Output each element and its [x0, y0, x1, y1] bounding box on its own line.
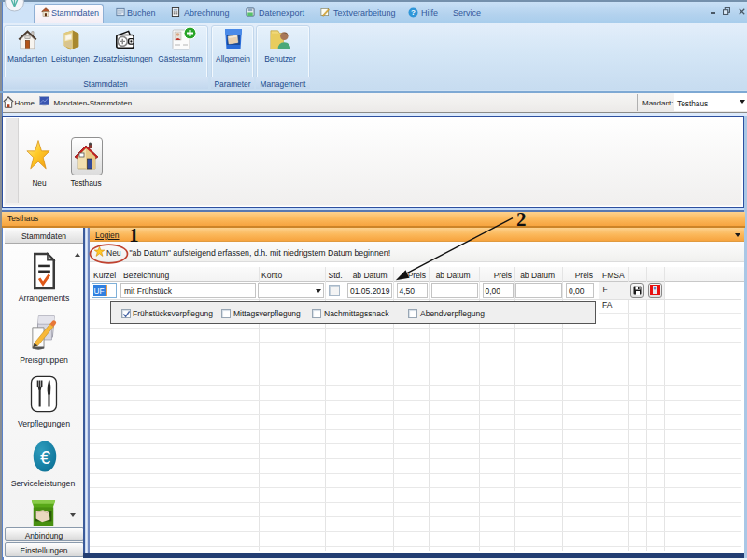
svg-text:€: €: [40, 447, 50, 468]
svg-text:?: ?: [411, 8, 416, 17]
